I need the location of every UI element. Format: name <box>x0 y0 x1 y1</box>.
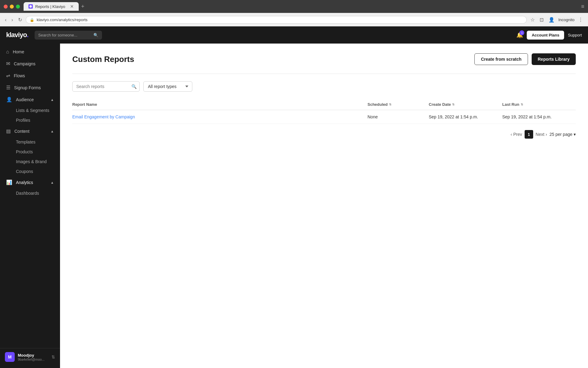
content-area: Custom Reports Create from scratch Repor… <box>60 44 588 368</box>
per-page-selector[interactable]: 25 per page ▾ <box>549 132 576 137</box>
search-wrap: 🔍 <box>72 81 140 92</box>
sidebar-section-content[interactable]: ▤ Content ▲ <box>0 125 60 137</box>
user-email: 9ba4e9ef@moo... <box>18 358 48 361</box>
sidebar-item-flows[interactable]: ⇌ Flows <box>0 70 60 82</box>
sidebar-item-dashboards[interactable]: Dashboards <box>0 188 60 198</box>
prev-chevron-icon: ‹ <box>511 132 512 137</box>
lists-segments-label: Lists & Segments <box>16 108 49 113</box>
report-name-link[interactable]: Email Engagement by Campaign <box>72 114 135 119</box>
signup-forms-icon: ☰ <box>6 85 10 90</box>
next-page-button[interactable]: Next › <box>536 132 547 137</box>
sidebar-section-analytics[interactable]: 📊 Analytics ▲ <box>0 176 60 188</box>
analytics-chevron-icon: ▲ <box>51 181 54 184</box>
sidebar-label-home: Home <box>13 49 24 54</box>
support-button[interactable]: Support <box>568 33 582 37</box>
audience-icon: 👤 <box>6 97 12 102</box>
cell-scheduled: None <box>368 114 429 119</box>
per-page-chevron-icon: ▾ <box>574 132 576 137</box>
browser-tab[interactable]: Reports | Klaviyo ✕ <box>24 2 79 11</box>
user-expand-icon[interactable]: ⇅ <box>51 355 55 359</box>
browser-chrome: Reports | Klaviyo ✕ + ≡ ‹ › ↻ 🔒 klaviyo.… <box>0 0 588 26</box>
sidebar-content-label: Content <box>14 129 29 134</box>
flows-icon: ⇌ <box>6 73 10 79</box>
sidebar-analytics-label: Analytics <box>16 180 33 185</box>
reports-library-button[interactable]: Reports Library <box>532 53 576 65</box>
close-dot[interactable] <box>4 5 8 9</box>
notifications-button[interactable]: 🔔 1 <box>516 32 523 38</box>
column-header-last-run[interactable]: Last Run ⇅ <box>502 102 576 107</box>
column-header-create-date[interactable]: Create Date ⇅ <box>429 102 502 107</box>
refresh-button[interactable]: ↻ <box>17 16 23 24</box>
header-actions: 🔔 1 Account Plans Support <box>516 31 582 40</box>
app-layout: klaviyo. Search for someone... 🔍 🔔 1 Acc… <box>0 26 588 368</box>
search-input[interactable] <box>72 81 140 92</box>
lock-icon: 🔒 <box>30 18 34 22</box>
app-header: klaviyo. Search for someone... 🔍 🔔 1 Acc… <box>0 26 588 44</box>
browser-titlebar: Reports | Klaviyo ✕ + ≡ <box>0 0 588 13</box>
cell-report-name: Email Engagement by Campaign <box>72 114 368 119</box>
page-header: Custom Reports Create from scratch Repor… <box>72 53 576 65</box>
templates-label: Templates <box>16 140 36 144</box>
current-page-indicator: 1 <box>525 130 533 139</box>
incognito-label: Incognito <box>558 17 575 22</box>
report-type-filter[interactable]: All report types Email SMS Campaign Flow <box>143 81 192 92</box>
url-text: klaviyo.com/analytics/reports <box>37 17 88 22</box>
sidebar-user-footer[interactable]: M Moodjoy 9ba4e9ef@moo... ⇅ <box>0 348 60 366</box>
reports-table: Report Name Scheduled ⇅ Create Date ⇅ La… <box>72 99 576 124</box>
profiles-label: Profiles <box>16 118 30 123</box>
user-name: Moodjoy <box>18 353 48 358</box>
content-icon: ▤ <box>6 128 11 134</box>
sidebar: ⌂ Home ✉ Campaigns ⇌ Flows ☰ Signup Form… <box>0 44 60 368</box>
back-button[interactable]: ‹ <box>4 16 8 24</box>
address-bar[interactable]: 🔒 klaviyo.com/analytics/reports <box>26 16 527 24</box>
toolbar-actions: ☆ ⊡ 👤 Incognito ⋮ <box>529 16 584 24</box>
cell-last-run: Sep 19, 2022 at 1:54 p.m. <box>502 114 576 119</box>
page-divider <box>72 74 576 74</box>
search-icon-button[interactable]: 🔍 <box>131 84 137 89</box>
column-header-scheduled[interactable]: Scheduled ⇅ <box>368 102 429 107</box>
tab-title: Reports | Klaviyo <box>35 4 65 9</box>
extensions-button[interactable]: ⊡ <box>538 16 545 24</box>
sidebar-item-home[interactable]: ⌂ Home <box>0 46 60 58</box>
sidebar-label-campaigns: Campaigns <box>14 61 36 66</box>
browser-toolbar: ‹ › ↻ 🔒 klaviyo.com/analytics/reports ☆ … <box>0 13 588 26</box>
header-buttons: Create from scratch Reports Library <box>474 53 576 65</box>
create-from-scratch-button[interactable]: Create from scratch <box>474 53 528 65</box>
pagination: ‹ Prev 1 Next › 25 per page ▾ <box>72 130 576 139</box>
sidebar-item-signup-forms[interactable]: ☰ Signup Forms <box>0 82 60 94</box>
account-plans-button[interactable]: Account Plans <box>527 31 564 40</box>
page-title: Custom Reports <box>72 55 134 64</box>
audience-chevron-icon: ▲ <box>51 98 54 102</box>
forward-button[interactable]: › <box>10 16 14 24</box>
maximize-dot[interactable] <box>16 5 20 9</box>
profile-button[interactable]: 👤 <box>547 16 556 24</box>
sidebar-item-coupons[interactable]: Coupons <box>0 167 60 176</box>
filter-type-wrap: All report types Email SMS Campaign Flow <box>143 81 192 92</box>
global-search[interactable]: Search for someone... 🔍 <box>35 31 102 40</box>
sidebar-item-products[interactable]: Products <box>0 147 60 157</box>
bookmark-button[interactable]: ☆ <box>529 16 536 24</box>
home-icon: ⌂ <box>6 49 9 55</box>
sidebar-item-campaigns[interactable]: ✉ Campaigns <box>0 58 60 70</box>
sidebar-section-audience[interactable]: 👤 Audience ▲ <box>0 94 60 105</box>
content-chevron-icon: ▲ <box>51 129 54 133</box>
sidebar-label-signup-forms: Signup Forms <box>14 85 41 90</box>
coupons-label: Coupons <box>16 169 33 174</box>
tab-close-icon[interactable]: ✕ <box>70 4 74 9</box>
sidebar-item-profiles[interactable]: Profiles <box>0 115 60 125</box>
sidebar-item-templates[interactable]: Templates <box>0 137 60 147</box>
create-date-sort-icon: ⇅ <box>452 103 454 106</box>
browser-dots <box>4 5 20 9</box>
images-brand-label: Images & Brand <box>16 159 47 164</box>
user-avatar: M <box>5 352 15 362</box>
table-row: Email Engagement by Campaign None Sep 19… <box>72 110 576 124</box>
prev-page-button[interactable]: ‹ Prev <box>511 132 522 137</box>
more-button[interactable]: ⋮ <box>577 16 584 24</box>
new-tab-button[interactable]: + <box>81 3 85 10</box>
sidebar-item-lists-segments[interactable]: Lists & Segments <box>0 105 60 115</box>
sidebar-label-flows: Flows <box>14 73 25 78</box>
sidebar-item-images-brand[interactable]: Images & Brand <box>0 157 60 167</box>
main-area: ⌂ Home ✉ Campaigns ⇌ Flows ☰ Signup Form… <box>0 44 588 368</box>
minimize-dot[interactable] <box>10 5 14 9</box>
products-label: Products <box>16 149 33 154</box>
